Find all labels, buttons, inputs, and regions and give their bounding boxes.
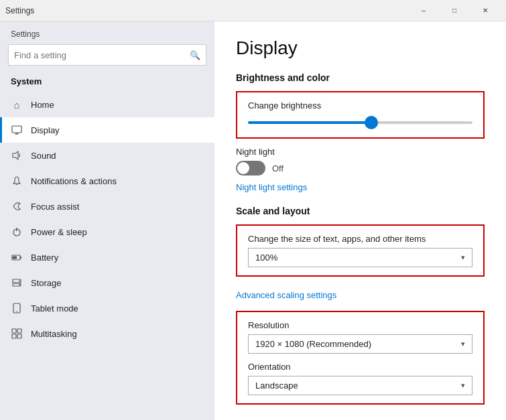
nav-label-power: Power & sleep	[31, 227, 87, 237]
sidebar-item-notifications[interactable]: Notifications & actions	[0, 168, 214, 194]
night-light-label: Night light	[236, 147, 275, 157]
search-box[interactable]: 🔍	[8, 44, 206, 66]
page-title: Display	[236, 38, 485, 59]
nav-label-focus: Focus assist	[31, 202, 79, 212]
resolution-dropdown[interactable]: 1920 × 1080 (Recommended) ▾	[248, 334, 472, 354]
resolution-value: 1920 × 1080 (Recommended)	[255, 339, 371, 349]
search-icon: 🔍	[190, 50, 200, 60]
nav-label-battery: Battery	[31, 253, 58, 263]
window-controls: – □ ✕	[408, 0, 501, 21]
svg-point-11	[19, 281, 20, 282]
svg-rect-16	[17, 329, 21, 333]
brightness-label: Change brightness	[248, 100, 472, 111]
main-content: Display Brightness and color Change brig…	[214, 21, 506, 420]
scale-dropdown[interactable]: 100% ▾	[248, 248, 472, 267]
scale-box: Change the size of text, apps, and other…	[236, 224, 485, 277]
resolution-label: Resolution	[248, 320, 472, 330]
sidebar-item-focus[interactable]: Focus assist	[0, 194, 214, 219]
resolution-dropdown-arrow: ▾	[461, 340, 465, 348]
minimize-button[interactable]: –	[408, 0, 439, 21]
svg-rect-8	[13, 257, 17, 259]
svg-point-14	[16, 311, 17, 312]
close-button[interactable]: ✕	[470, 0, 501, 21]
storage-icon	[11, 277, 23, 289]
sidebar-item-multitasking[interactable]: Multitasking	[0, 321, 214, 346]
nav-label-notifications: Notifications & actions	[31, 176, 117, 186]
sidebar-item-display[interactable]: Display	[0, 117, 214, 143]
orientation-dropdown-arrow: ▾	[461, 381, 465, 390]
scale-dropdown-arrow: ▾	[461, 253, 465, 262]
resolution-box: Resolution 1920 × 1080 (Recommended) ▾ O…	[236, 311, 485, 405]
sound-icon	[11, 149, 23, 161]
sidebar-item-home[interactable]: ⌂ Home	[0, 92, 214, 117]
battery-icon	[11, 251, 23, 263]
sidebar-item-sound[interactable]: Sound	[0, 143, 214, 168]
svg-rect-0	[12, 126, 21, 133]
display-icon	[11, 124, 23, 136]
svg-marker-3	[13, 151, 18, 159]
svg-rect-15	[12, 329, 16, 333]
power-icon	[11, 226, 23, 238]
sidebar-item-tablet[interactable]: Tablet mode	[0, 295, 214, 321]
advanced-scaling-link[interactable]: Advanced scaling settings	[236, 290, 336, 300]
slider-thumb[interactable]	[365, 116, 378, 129]
nav-label-tablet: Tablet mode	[31, 303, 78, 313]
svg-point-12	[19, 284, 20, 285]
nav-label-sound: Sound	[31, 151, 56, 161]
sidebar-item-storage[interactable]: Storage	[0, 270, 214, 295]
notifications-icon	[11, 175, 23, 187]
app-body: Settings 🔍 System ⌂ Home Display	[0, 21, 506, 420]
svg-rect-17	[12, 334, 16, 338]
scale-label: Change the size of text, apps, and other…	[248, 234, 472, 244]
scale-value: 100%	[255, 253, 277, 263]
maximize-button[interactable]: □	[439, 0, 470, 21]
sidebar-item-power[interactable]: Power & sleep	[0, 219, 214, 244]
sidebar-item-battery[interactable]: Battery	[0, 244, 214, 270]
nav-label-home: Home	[31, 100, 54, 110]
toggle-knob	[237, 162, 249, 174]
orientation-dropdown[interactable]: Landscape ▾	[248, 376, 472, 395]
nav-label-storage: Storage	[31, 278, 62, 288]
search-input[interactable]	[14, 50, 190, 60]
orientation-label: Orientation	[248, 362, 472, 372]
slider-track	[248, 121, 472, 124]
sidebar: Settings 🔍 System ⌂ Home Display	[0, 21, 214, 420]
orientation-value: Landscape	[255, 380, 298, 391]
night-light-row: Night light	[236, 147, 485, 157]
scale-section-title: Scale and layout	[236, 206, 485, 216]
brightness-section-title: Brightness and color	[236, 72, 485, 83]
toggle-off-label: Off	[272, 163, 283, 173]
tablet-icon	[11, 302, 23, 314]
app-title: Settings	[5, 6, 34, 15]
home-icon: ⌂	[11, 98, 23, 111]
sidebar-section-label: System	[0, 74, 214, 92]
svg-rect-18	[17, 334, 21, 338]
titlebar: Settings – □ ✕	[0, 0, 506, 21]
focus-icon	[11, 200, 23, 212]
night-light-toggle[interactable]	[236, 161, 265, 176]
nav-label-multitasking: Multitasking	[31, 329, 77, 339]
multitasking-icon	[11, 328, 23, 340]
nav-label-display: Display	[31, 125, 60, 135]
brightness-box: Change brightness	[236, 91, 485, 139]
brightness-slider-container[interactable]	[248, 116, 472, 129]
sidebar-app-title: Settings	[0, 21, 214, 44]
night-light-settings-link[interactable]: Night light settings	[236, 182, 307, 192]
svg-rect-7	[20, 257, 21, 259]
